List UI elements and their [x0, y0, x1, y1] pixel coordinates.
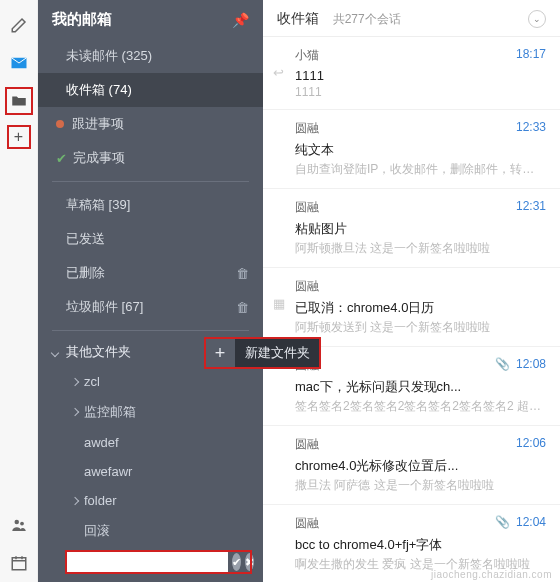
message-subject: 粘贴图片 — [295, 220, 546, 238]
subfolder-zcl[interactable]: zcl — [38, 367, 263, 396]
subfolder-folder[interactable]: folder — [38, 486, 263, 515]
message-preview: 撒旦法 阿萨德 这是一个新签名啦啦啦 — [295, 477, 546, 494]
svg-point-0 — [14, 520, 19, 525]
message-item[interactable]: 圆融📎12:04bcc to chrome4.0+fj+字体啊发生撒的发生 爱疯… — [263, 505, 560, 582]
message-from: 小猫 — [295, 47, 319, 64]
message-subject: 已取消：chrome4.0日历 — [295, 299, 546, 317]
message-item[interactable]: 圆融12:33纯文本自助查询登陆IP，收发邮件，删除邮件，转发… — [263, 110, 560, 189]
contacts-icon[interactable] — [6, 512, 32, 538]
chevron-down-icon — [51, 349, 59, 357]
new-folder-label: 新建文件夹 — [235, 338, 320, 368]
message-time: 📎12:08 — [495, 357, 546, 374]
list-count: 共277个会话 — [333, 12, 401, 26]
message-preview: 1111 — [295, 85, 546, 99]
sort-dropdown[interactable]: ⌄ — [528, 10, 546, 28]
compose-icon[interactable] — [6, 12, 32, 38]
chevron-right-icon — [71, 377, 79, 385]
message-item[interactable]: 圆融12:31粘贴图片阿斯顿撒旦法 这是一个新签名啦啦啦 — [263, 189, 560, 268]
list-title: 收件箱 — [277, 10, 319, 26]
message-from: 圆融 — [295, 515, 319, 532]
message-preview: 阿斯顿撒旦法 这是一个新签名啦啦啦 — [295, 240, 546, 257]
message-subject: bcc to chrome4.0+fj+字体 — [295, 536, 546, 554]
svg-point-1 — [20, 522, 24, 526]
message-preview: 签名签名2签名签名2签名签名2签名签名2 超… — [295, 398, 546, 415]
message-preview: 自助查询登陆IP，收发邮件，删除邮件，转发… — [295, 161, 546, 178]
message-from: 圆融 — [295, 436, 319, 453]
message-subject: 纯文本 — [295, 141, 546, 159]
message-time: 12:31 — [516, 199, 546, 216]
mail-icon[interactable] — [6, 50, 32, 76]
sidebar-item-unread[interactable]: 未读邮件 (325) — [38, 39, 263, 73]
subfolder-awdef[interactable]: awdef — [38, 428, 263, 457]
message-from: 圆融 — [295, 199, 319, 216]
message-item[interactable]: 圆融12:06chrome4.0光标修改位置后...撒旦法 阿萨德 这是一个新签… — [263, 426, 560, 505]
message-subject: mac下，光标问题只发现ch... — [295, 378, 546, 396]
sidebar-item-done[interactable]: ✔完成事项 — [38, 141, 263, 175]
sidebar-item-inbox[interactable]: 收件箱 (74) — [38, 73, 263, 107]
message-preview: 啊发生撒的发生 爱疯 这是一个新签名啦啦啦 — [295, 556, 546, 573]
trash-icon[interactable]: 🗑 — [236, 266, 249, 281]
message-from: 圆融 — [295, 120, 319, 137]
folder-icon[interactable] — [6, 88, 32, 114]
new-folder-tooltip: + 新建文件夹 — [205, 338, 320, 368]
check-icon: ✔ — [56, 151, 67, 166]
reply-icon: ↩ — [273, 65, 284, 80]
svg-rect-2 — [12, 558, 26, 570]
sidebar-item-followup[interactable]: 跟进事项 — [38, 107, 263, 141]
sidebar-item-deleted[interactable]: 已删除🗑 — [38, 256, 263, 290]
message-time: 12:33 — [516, 120, 546, 137]
attachment-icon: 📎 — [495, 515, 510, 529]
subfolder-awefawr[interactable]: awefawr — [38, 457, 263, 486]
sidebar-item-sent[interactable]: 已发送 — [38, 222, 263, 256]
message-from: 圆融 — [295, 278, 319, 295]
message-item[interactable]: ↩小猫18:1711111111 — [263, 37, 560, 110]
message-item[interactable]: ▦圆融已取消：chrome4.0日历阿斯顿发送到 这是一个新签名啦啦啦 — [263, 268, 560, 347]
add-icon[interactable]: + — [8, 126, 30, 148]
chevron-right-icon — [71, 408, 79, 416]
sidebar-item-drafts[interactable]: 草稿箱 [39] — [38, 188, 263, 222]
subfolder-monitor[interactable]: 监控邮箱 — [38, 396, 263, 428]
sidebar-title: 我的邮箱 — [52, 10, 112, 29]
message-time: 18:17 — [516, 47, 546, 64]
calendar-small-icon: ▦ — [273, 296, 285, 311]
sidebar-item-spam[interactable]: 垃圾邮件 [67]🗑 — [38, 290, 263, 324]
attachment-icon: 📎 — [495, 357, 510, 371]
folder-name-input[interactable] — [66, 551, 228, 573]
chevron-right-icon — [71, 496, 79, 504]
folder-name-edit: ✔ ✖ — [66, 551, 251, 573]
subfolder-huigun[interactable]: 回滚 — [38, 515, 263, 547]
message-subject: chrome4.0光标修改位置后... — [295, 457, 546, 475]
message-subject: 1111 — [295, 68, 546, 83]
cancel-icon[interactable]: ✖ — [245, 553, 254, 571]
message-preview: 阿斯顿发送到 这是一个新签名啦啦啦 — [295, 319, 546, 336]
pin-icon[interactable]: 📌 — [232, 12, 249, 28]
message-time: 12:06 — [516, 436, 546, 453]
add-folder-button[interactable]: + — [205, 338, 235, 368]
trash-icon[interactable]: 🗑 — [236, 300, 249, 315]
red-dot-icon — [56, 120, 64, 128]
confirm-icon[interactable]: ✔ — [232, 553, 241, 571]
message-time: 📎12:04 — [495, 515, 546, 532]
calendar-icon[interactable] — [6, 550, 32, 576]
